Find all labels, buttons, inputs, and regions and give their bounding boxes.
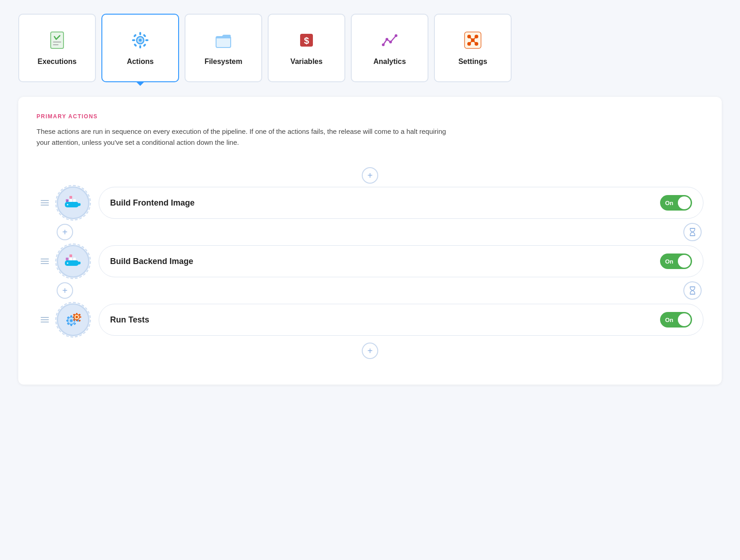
svg-text:$: $ bbox=[304, 36, 309, 46]
action-row-build-backend: Build Backend Image On bbox=[37, 245, 703, 278]
hourglass-icon-1 bbox=[688, 227, 697, 237]
action-name-build-backend: Build Backend Image bbox=[110, 257, 660, 266]
svg-rect-8 bbox=[145, 39, 148, 41]
action-name-build-frontend: Build Frontend Image bbox=[110, 198, 660, 208]
svg-rect-7 bbox=[132, 39, 135, 41]
svg-rect-57 bbox=[74, 322, 76, 325]
action-card-build-frontend[interactable]: Build Frontend Image On bbox=[99, 187, 703, 219]
svg-rect-66 bbox=[73, 314, 75, 316]
add-action-button-bottom[interactable]: + bbox=[362, 343, 378, 359]
add-after-last-row: + bbox=[37, 340, 703, 362]
hourglass-row-1 bbox=[683, 223, 703, 241]
toggle-build-frontend[interactable]: On bbox=[660, 195, 692, 211]
section-description: These actions are run in sequence on eve… bbox=[37, 126, 448, 148]
svg-point-61 bbox=[76, 316, 78, 318]
svg-rect-68 bbox=[73, 319, 75, 321]
sort-icon-3 bbox=[41, 317, 49, 322]
docker-svg-backend bbox=[64, 254, 82, 269]
action-card-run-tests[interactable]: Run Tests On bbox=[99, 304, 703, 336]
svg-rect-44 bbox=[69, 254, 72, 257]
svg-point-4 bbox=[139, 39, 142, 42]
content-area: PRIMARY ACTIONS These actions are run in… bbox=[18, 97, 722, 385]
svg-rect-64 bbox=[73, 317, 75, 318]
tab-actions-label: Actions bbox=[127, 58, 154, 66]
action-row-build-frontend: Build Frontend Image On bbox=[37, 186, 703, 219]
svg-point-60 bbox=[74, 314, 79, 320]
tab-executions[interactable]: Executions bbox=[18, 14, 96, 82]
svg-rect-69 bbox=[79, 314, 81, 316]
actions-list: + bbox=[37, 164, 703, 362]
svg-rect-55 bbox=[77, 320, 79, 322]
toggle-knob-build-frontend bbox=[678, 196, 691, 209]
svg-rect-54 bbox=[66, 320, 69, 322]
svg-rect-9 bbox=[133, 34, 137, 37]
svg-rect-63 bbox=[76, 319, 78, 321]
action-card-build-backend[interactable]: Build Backend Image On bbox=[99, 245, 703, 277]
hourglass-icon-2 bbox=[688, 286, 697, 295]
action-name-run-tests: Run Tests bbox=[110, 315, 660, 325]
executions-icon bbox=[47, 30, 67, 53]
svg-rect-47 bbox=[69, 254, 72, 257]
svg-rect-67 bbox=[79, 320, 81, 322]
svg-rect-36 bbox=[66, 199, 69, 202]
svg-point-18 bbox=[389, 41, 392, 43]
svg-rect-40 bbox=[65, 260, 79, 266]
svg-rect-65 bbox=[79, 317, 81, 318]
svg-point-17 bbox=[386, 38, 388, 41]
svg-rect-34 bbox=[69, 196, 72, 199]
tab-variables[interactable]: $ Variables bbox=[268, 14, 345, 82]
hourglass-button-2[interactable] bbox=[683, 281, 702, 300]
add-action-button-top[interactable]: + bbox=[362, 167, 378, 184]
toggle-knob-build-backend bbox=[678, 255, 691, 268]
svg-rect-46 bbox=[66, 258, 69, 260]
tab-analytics-label: Analytics bbox=[373, 58, 406, 66]
svg-rect-5 bbox=[139, 32, 141, 35]
svg-rect-59 bbox=[74, 316, 76, 319]
svg-rect-6 bbox=[139, 45, 141, 48]
variables-icon: $ bbox=[296, 30, 317, 53]
tab-filesystem[interactable]: Filesystem bbox=[185, 14, 262, 82]
svg-rect-11 bbox=[133, 43, 137, 47]
tab-variables-label: Variables bbox=[291, 58, 322, 66]
tab-settings[interactable]: Settings bbox=[434, 14, 512, 82]
drag-handle-run-tests[interactable] bbox=[37, 312, 53, 328]
svg-rect-43 bbox=[73, 258, 76, 260]
gears-svg bbox=[63, 310, 83, 330]
tab-settings-label: Settings bbox=[458, 58, 487, 66]
add-action-button-1[interactable]: + bbox=[57, 224, 73, 240]
filesystem-icon bbox=[213, 30, 233, 53]
action-icon-gears bbox=[57, 303, 90, 336]
toggle-run-tests[interactable]: On bbox=[660, 312, 692, 328]
toggle-build-backend[interactable]: On bbox=[660, 254, 692, 269]
svg-rect-62 bbox=[76, 313, 78, 315]
docker-svg-frontend bbox=[64, 195, 82, 210]
toggle-knob-run-tests bbox=[678, 313, 691, 326]
tab-executions-label: Executions bbox=[37, 58, 76, 66]
toggle-label-build-frontend: On bbox=[661, 200, 673, 206]
sort-icon-2 bbox=[41, 259, 49, 264]
action-row-run-tests: Run Tests On bbox=[37, 303, 703, 336]
svg-rect-33 bbox=[73, 199, 76, 202]
tab-filesystem-label: Filesystem bbox=[205, 58, 243, 66]
drag-handle-build-backend[interactable] bbox=[37, 253, 53, 269]
svg-rect-41 bbox=[66, 258, 69, 260]
add-between-2-3-row: + bbox=[57, 280, 73, 301]
add-action-button-2[interactable]: + bbox=[57, 282, 73, 299]
drag-handle-build-frontend[interactable] bbox=[37, 195, 53, 211]
hourglass-button-1[interactable] bbox=[683, 223, 702, 241]
sort-icon bbox=[41, 200, 49, 206]
tab-actions[interactable]: Actions bbox=[101, 14, 179, 82]
action-icon-docker-frontend bbox=[57, 186, 90, 219]
settings-icon bbox=[463, 30, 483, 53]
svg-point-45 bbox=[67, 263, 69, 264]
section-label: PRIMARY ACTIONS bbox=[37, 113, 703, 120]
svg-rect-12 bbox=[143, 34, 147, 37]
tab-analytics[interactable]: Analytics bbox=[351, 14, 428, 82]
toggle-label-build-backend: On bbox=[661, 258, 673, 265]
svg-rect-32 bbox=[69, 199, 72, 202]
svg-rect-10 bbox=[143, 43, 147, 47]
svg-rect-31 bbox=[66, 199, 69, 202]
svg-rect-30 bbox=[65, 202, 79, 207]
add-before-first-row: + bbox=[37, 164, 703, 186]
action-icon-docker-backend bbox=[57, 245, 90, 278]
